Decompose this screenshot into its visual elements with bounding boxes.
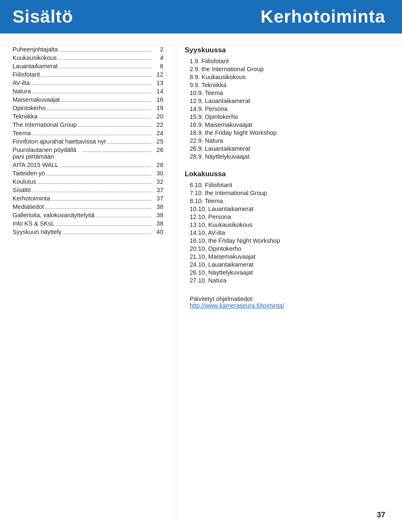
toc-dots — [33, 93, 151, 93]
toc-label: Koulutus — [13, 178, 36, 185]
toc-page: 37 — [153, 187, 163, 193]
toc-label: Puheenjohtajalta — [13, 46, 58, 53]
toc-label: Natura — [13, 88, 31, 95]
section-heading: Lokakuussa — [185, 170, 398, 178]
toc-page: 25 — [153, 138, 163, 145]
toc-page: 4 — [153, 54, 163, 61]
header-title-right: Kerhotoiminta — [199, 7, 385, 27]
toc-page: 19 — [153, 105, 163, 111]
section-heading: Syyskuussa — [185, 46, 398, 54]
toc-label: Info KS & SKsL — [13, 220, 54, 227]
toc-dots — [83, 152, 152, 152]
toc-dots — [56, 225, 151, 226]
toc-label: Gallerioita, valokuvanäyttelyitä — [13, 212, 95, 218]
toc-dots — [62, 101, 151, 102]
toc-item: AITA 2015 WALL28 — [13, 162, 163, 168]
toc-dots — [47, 110, 151, 110]
toc-item: Gallerioita, valokuvanäyttelyitä38 — [13, 212, 163, 218]
toc-label: Finnfoton apurahat haettavissa nyt — [13, 138, 106, 145]
toc-page: 28 — [153, 162, 163, 168]
toc-label: Fiilisfotarit — [13, 71, 40, 78]
toc-item: Finnfoton apurahat haettavissa nyt25 — [13, 138, 163, 145]
event-item: 16.10. the Friday Night Workshop — [185, 237, 398, 244]
footer-link[interactable]: http://www.kameraseura.fi/toiminta/ — [190, 302, 398, 309]
toc-page: 20 — [153, 113, 163, 120]
toc-label: Syyskuun näyttely — [13, 229, 62, 235]
toc-item: Maisemakuvaajat16 — [13, 96, 163, 103]
event-item: 9.9. Tekniikka — [185, 82, 398, 88]
toc-label: Sisältö — [13, 187, 31, 193]
footer-note: Päivitetyt ohjelmatiedot: — [190, 296, 398, 302]
toc-item: Koulutus32 — [13, 178, 163, 185]
toc-item: Kerhotoiminta37 — [13, 195, 163, 202]
toc-dots — [33, 192, 151, 192]
toc-page: 38 — [153, 212, 163, 218]
toc-dots — [59, 59, 151, 60]
toc-dots — [60, 167, 151, 167]
toc-item: Mediatiedot38 — [13, 203, 163, 210]
event-item: 14.10. AV-ilta — [185, 229, 398, 236]
toc-page: 37 — [153, 195, 163, 202]
toc-page: 12 — [153, 71, 163, 78]
event-item: 20.10. Opintokerho — [185, 245, 398, 252]
toc-item: Kuukausikokous4 — [13, 54, 163, 61]
toc-item: Natura14 — [13, 88, 163, 95]
toc-dots — [39, 118, 151, 118]
event-item: 8.10. Teema — [185, 198, 398, 204]
header-left: Sisältö — [13, 7, 199, 27]
toc-dots — [31, 85, 151, 85]
toc-dots — [33, 135, 151, 135]
event-item: 24.10. Lauantaikamerat — [185, 261, 398, 268]
toc-label: AV-ilta — [13, 80, 30, 86]
page-header: Sisältö Kerhotoiminta — [0, 0, 402, 33]
toc-item: Fiilisfotarit12 — [13, 71, 163, 78]
toc-item: Taiteiden yö30 — [13, 170, 163, 177]
toc-label: Kuukausikokous — [13, 54, 57, 61]
toc-label: Taiteiden yö — [13, 170, 45, 177]
toc-dots — [46, 175, 151, 175]
toc-label: AITA 2015 WALL — [13, 162, 59, 168]
toc-dots — [38, 183, 151, 184]
event-item: 12.9. Lauantaikamerat — [185, 98, 398, 104]
toc-item: Puheenjohtajalta2 — [13, 46, 163, 53]
event-item: 8.9. Kuukausikokous — [185, 74, 398, 80]
toc-item: AV-ilta13 — [13, 80, 163, 86]
header-title-left: Sisältö — [13, 7, 199, 27]
event-item: 18.9. the Friday Night Workshop — [185, 129, 398, 136]
event-item: 2.9. the International Group — [185, 66, 398, 72]
header-right: Kerhotoiminta — [199, 7, 389, 27]
table-of-contents: Puheenjohtajalta2Kuukausikokous4Lauantai… — [13, 46, 176, 519]
toc-label: Opintokerho — [13, 105, 46, 111]
toc-item: Lauantaikamerat6 — [13, 63, 163, 69]
toc-item: Tekniikka20 — [13, 113, 163, 120]
toc-dots — [78, 126, 151, 127]
toc-page: 38 — [153, 220, 163, 227]
event-item: 12.10. Persona — [185, 213, 398, 220]
toc-page: 32 — [153, 178, 163, 185]
toc-page: 22 — [153, 121, 163, 128]
event-item: 26.10. Näyttelykuvaajat — [185, 269, 398, 276]
toc-page: 40 — [153, 229, 163, 235]
event-item: 27.10. Natura — [185, 277, 398, 284]
kerhotoiminta-section: Syyskuussa1.9. Fiilisfotarit2.9. the Int… — [176, 46, 398, 519]
event-item: 6.10. Fiilisfotarit — [185, 182, 398, 188]
event-item: 10.9. Teema — [185, 90, 398, 96]
toc-page: 13 — [153, 80, 163, 86]
event-item: 14.9. Persona — [185, 105, 398, 112]
event-item: 10.10. Lauantaikamerat — [185, 206, 398, 212]
toc-label: The International Group — [13, 121, 77, 128]
toc-label: Lauantaikamerat — [13, 63, 58, 69]
toc-dots — [107, 143, 151, 144]
page-number: 37 — [377, 511, 385, 519]
event-item: 16.9. Maisemakuvaajat — [185, 121, 398, 128]
toc-dots — [59, 51, 151, 51]
toc-dots — [46, 208, 151, 209]
toc-item: Sisältö37 — [13, 187, 163, 193]
toc-dots — [63, 234, 151, 234]
toc-label: Tekniikka — [13, 113, 38, 120]
toc-page: 2 — [153, 46, 163, 53]
toc-page: 6 — [153, 63, 163, 69]
toc-dots — [59, 68, 151, 68]
toc-page: 26 — [153, 146, 163, 153]
toc-label: Kerhotoiminta — [13, 195, 50, 202]
